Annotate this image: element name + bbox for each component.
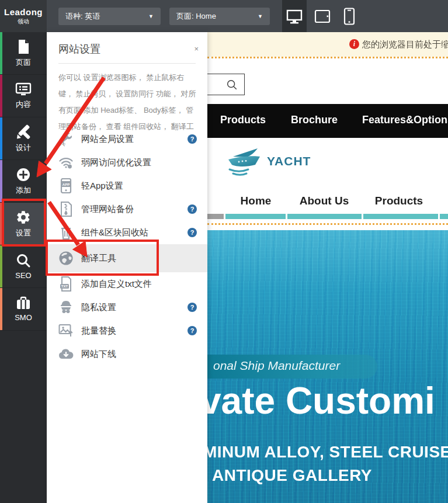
sidebar-item-label: SMO <box>15 313 32 322</box>
warning-text: 您的浏览器目前处于缩放 <box>362 39 448 50</box>
editor-window: i 您的浏览器目前处于缩放 Products Brochure Features… <box>0 0 448 503</box>
wrench-icon <box>59 132 73 146</box>
site-logo[interactable]: YACHT <box>227 146 311 176</box>
language-dropdown-value: 语种: 英语 <box>65 11 100 22</box>
svg-text:TXT: TXT <box>61 285 68 288</box>
desktop-view-button[interactable] <box>282 0 307 32</box>
hero-badge-text: onal Ship Manufacturer <box>213 359 340 373</box>
nav-item-brochure[interactable]: Brochure <box>291 114 338 126</box>
tablet-view-button[interactable] <box>310 0 335 32</box>
logo-subtext: 领动 <box>18 18 29 26</box>
site-top-nav: Products Brochure Features&Options <box>207 104 448 138</box>
chevron-down-icon: ▼ <box>258 13 263 19</box>
gear-icon <box>16 210 31 225</box>
site-search-input[interactable] <box>207 74 245 95</box>
menu-item-label: 弱网访问优化设置 <box>81 157 151 168</box>
site-preview: i 您的浏览器目前处于缩放 Products Brochure Features… <box>207 32 448 503</box>
menu-item-label: 管理网站备份 <box>81 204 134 215</box>
section-divider-dotted <box>207 57 448 58</box>
svg-text:APP: APP <box>62 183 70 186</box>
color-strip <box>0 32 2 74</box>
sidebar-item-label: 设计 <box>16 143 31 153</box>
logo-text: Leadong <box>4 7 43 17</box>
help-icon[interactable]: ? <box>187 204 197 214</box>
menu-item-site-offline[interactable]: 网站下线 <box>47 342 207 366</box>
menu-item-privacy[interactable]: 隐私设置 ? <box>47 296 207 319</box>
hero-subline-1: MINUM ALLOY, STEEL CRUISE SH <box>207 443 448 462</box>
hero-heading: vate Customi <box>207 379 435 422</box>
color-strip <box>0 288 2 330</box>
menu-item-backup[interactable]: 管理网站备份 ? <box>47 197 207 221</box>
mobile-view-button[interactable] <box>337 0 362 32</box>
menu-item-weak-network[interactable]: 弱网访问优化设置 <box>47 151 207 174</box>
menu-item-label: 添加自定义txt文件 <box>81 279 152 290</box>
panel-title: 网站设置 <box>58 42 196 56</box>
help-icon[interactable]: ? <box>187 228 197 237</box>
hero-ocean-banner: onal Ship Manufacturer vate Customi MINU… <box>207 230 448 503</box>
sidebar-item-settings[interactable]: 设置 <box>0 203 47 245</box>
menu-item-custom-txt[interactable]: TXT 添加自定义txt文件 <box>47 272 207 296</box>
hero-badge: onal Ship Manufacturer <box>207 355 377 379</box>
site-main-nav: Home About Us Products <box>207 186 448 214</box>
nav-item-features-options[interactable]: Features&Options <box>362 114 448 126</box>
page-dropdown[interactable]: 页面: Home ▼ <box>169 8 270 25</box>
sidebar-item-label: 页面 <box>16 57 31 68</box>
sidebar-item-label: 内容 <box>16 99 31 110</box>
sidebar-item-label: 添加 <box>16 185 31 196</box>
nav-item-home[interactable]: Home <box>241 195 272 207</box>
mobile-icon <box>343 8 355 25</box>
help-icon[interactable]: ? <box>187 303 197 312</box>
nav-underline-segment <box>440 214 448 219</box>
site-logo-strip: YACHT <box>207 138 448 186</box>
sidebar-item-smo[interactable]: SMO <box>0 288 47 331</box>
nav-item-about-us[interactable]: About Us <box>300 195 349 207</box>
menu-item-label: 网站全局设置 <box>81 134 134 145</box>
page-dropdown-value: 页面: Home <box>176 11 216 22</box>
close-icon[interactable]: × <box>194 45 199 53</box>
section-divider-dotted <box>207 223 448 225</box>
nav-underline-segment <box>225 214 286 219</box>
menu-item-translation-tool[interactable]: 翻译工具 <box>47 244 207 272</box>
nav-item-products-top[interactable]: Products <box>220 114 266 126</box>
nav-underline-segment <box>287 214 362 219</box>
leadong-logo: Leadong 领动 <box>0 0 47 32</box>
sidebar-item-pages[interactable]: 页面 <box>0 32 47 75</box>
app-icon: APP <box>60 178 72 193</box>
batch-replace-icon <box>58 323 74 338</box>
language-dropdown[interactable]: 语种: 英语 ▼ <box>58 8 161 25</box>
sidebar-item-design[interactable]: 设计 <box>0 117 47 160</box>
search-icon <box>225 78 238 91</box>
yacht-logo-icon <box>227 146 263 176</box>
menu-item-recycle-bin[interactable]: 组件&区块回收站 ? <box>47 221 207 244</box>
site-logo-text: YACHT <box>267 154 311 168</box>
globe-icon <box>58 251 74 266</box>
tablet-icon <box>314 9 331 23</box>
menu-item-light-app[interactable]: APP 轻App设置 <box>47 174 207 197</box>
nav-item-products[interactable]: Products <box>375 195 423 207</box>
nav-underline-segment <box>207 214 224 219</box>
color-strip <box>0 245 2 287</box>
help-icon[interactable]: ? <box>187 326 197 335</box>
menu-item-label: 隐私设置 <box>81 302 116 313</box>
settings-menu: 网站全局设置 ? 弱网访问优化设置 APP 轻App设置 <box>47 127 207 366</box>
nav-underline-segment <box>363 214 438 219</box>
content-icon <box>15 82 32 96</box>
search-icon <box>16 253 31 268</box>
color-strip <box>0 75 2 117</box>
menu-item-global-settings[interactable]: 网站全局设置 ? <box>47 127 207 151</box>
info-icon: i <box>349 39 359 49</box>
sidebar-item-content[interactable]: 内容 <box>0 75 47 117</box>
help-icon[interactable]: ? <box>187 134 197 144</box>
editor-sidebar: 页面 内容 设计 <box>0 32 47 503</box>
cloud-download-icon <box>58 348 74 360</box>
sidebar-item-seo[interactable]: SEO <box>0 245 47 288</box>
sidebar-item-add[interactable]: 添加 <box>0 160 47 203</box>
briefcase-icon <box>16 296 31 310</box>
menu-item-label: 轻App设置 <box>81 181 123 192</box>
trash-icon <box>60 225 72 240</box>
color-strip <box>0 203 2 245</box>
hero-subline-2: ANTIQUE GALLERY <box>212 466 372 485</box>
add-icon <box>16 167 31 182</box>
menu-item-label: 网站下线 <box>81 349 116 360</box>
menu-item-batch-replace[interactable]: 批量替换 ? <box>47 319 207 342</box>
